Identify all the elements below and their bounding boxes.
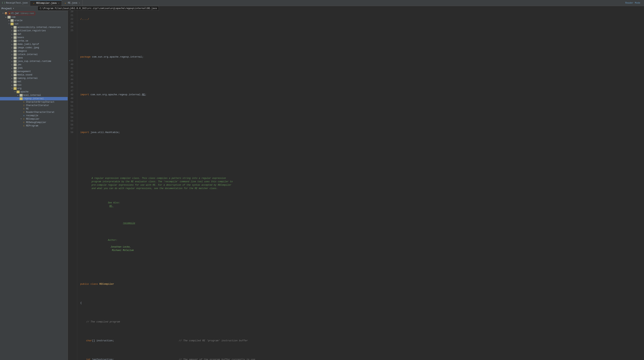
jndi-folder-icon: [14, 67, 16, 69]
tree-regexp[interactable]: ▼ regexp.internal: [0, 97, 68, 100]
tree-root[interactable]: ▼ 📦 ▣ rt.jar library root: [0, 11, 68, 16]
ln-58: 58: [68, 131, 75, 134]
code-line-import-hashtable: import java.util. Hashtable ;: [80, 131, 644, 134]
code-line-23: import com.sun.org.apache.regexp.interna…: [80, 93, 644, 97]
tree-image[interactable]: ▶ image.codec.jpeg: [0, 46, 68, 49]
spaces-42: [114, 339, 178, 343]
tree-re[interactable]: ▶ C RE: [0, 107, 68, 111]
tree-java[interactable]: ▶ java: [0, 56, 68, 60]
tree-com[interactable]: ▶ com: [0, 16, 68, 19]
tab-re-label: RE.java: [68, 2, 77, 4]
istack-folder-icon: [14, 53, 16, 56]
json-file-icon: { }: [2, 2, 5, 4]
chariterator-label: CharacterIterator: [26, 104, 49, 107]
reprogram-label: REProgram: [26, 124, 38, 127]
tab-recompiler-close[interactable]: ✕: [58, 2, 59, 4]
image-arrow: ▶: [10, 47, 14, 49]
main-area: Project ▼ ▼ 📦 ▣ rt.jar library root ▶ co…: [0, 6, 644, 360]
tree-recompiler-folder[interactable]: ▼ C RECompiler: [0, 117, 68, 121]
jmx-label: jmx: [17, 63, 22, 66]
tree-corba[interactable]: ▶ corba.se: [0, 39, 68, 43]
beans-folder-icon: [14, 36, 16, 39]
reader-mode-button[interactable]: Reader Mode: [625, 2, 640, 4]
awt-arrow: ▶: [10, 33, 14, 35]
jd-link-recompile[interactable]: recompile: [123, 222, 135, 225]
code-line-40: {: [80, 301, 644, 305]
recompiler-folder-label: RECompiler: [26, 118, 40, 120]
tab-recompiler[interactable]: ☕ RECompiler.java ✕: [30, 0, 62, 6]
root-jar-label: rt.jar: [11, 12, 19, 15]
imageio-folder-icon: [14, 50, 16, 53]
author-label: Author:: [108, 239, 117, 242]
management-label: management: [17, 70, 31, 73]
javacup-arrow: ▶: [10, 60, 14, 62]
javadoc-desc: A regular expression compiler class. Thi…: [92, 176, 641, 190]
tree-bcel[interactable]: ▶ bcel.internal: [0, 94, 68, 97]
apache-label: apache: [20, 91, 28, 93]
tab-re[interactable]: ☕ RE.java ✕: [62, 0, 82, 6]
tree-javacup[interactable]: ▶ java_cup.internal.runtime: [0, 60, 68, 63]
tree-awt[interactable]: ▶ awt: [0, 33, 68, 36]
recompiler-folder-arrow: ▼: [20, 118, 22, 120]
project-chevron: ▼: [13, 8, 14, 10]
recompiler-folder-icon: C: [22, 118, 25, 120]
net-arrow: ▶: [10, 81, 14, 83]
indent-43: [80, 358, 86, 360]
tree-readerchariter[interactable]: ▶ C ReaderCharacterIterat: [0, 111, 68, 114]
naming-arrow: ▶: [10, 77, 14, 79]
ln-jd2: [68, 36, 75, 40]
redebug-label: REDebugCompiler: [26, 121, 46, 124]
code-line-22: [80, 74, 644, 78]
tab-receipttest[interactable]: { } ReceiptTest.json: [0, 0, 30, 6]
tree-activation[interactable]: ▶ activation.registries: [0, 29, 68, 33]
tree-media[interactable]: ▶ media.sound: [0, 73, 68, 77]
ln-40: 40: [68, 63, 75, 66]
tree-reprogram[interactable]: ▶ C REProgram: [0, 124, 68, 127]
tree-apache[interactable]: ▼ apache: [0, 90, 68, 94]
tab-bar: { } ReceiptTest.json ☕ RECompiler.java ✕…: [0, 0, 644, 6]
tree-chararraychar[interactable]: ▶ C CharacterArrayCharact: [0, 100, 68, 104]
tree-beans[interactable]: ▶ beans: [0, 36, 68, 39]
tree-accessibility[interactable]: ▶ accessibility.internal.resources: [0, 26, 68, 29]
root-jar-icon: ▣: [9, 12, 10, 15]
tree-demo[interactable]: ▶ demo.jvmti.hprof: [0, 43, 68, 46]
jndi-label: jndi: [17, 67, 23, 69]
tree-net[interactable]: ▶ net: [0, 80, 68, 83]
javadoc-see2: recompile: [107, 218, 641, 228]
tree-management[interactable]: ▶ management: [0, 70, 68, 73]
kw-int-43: int: [86, 358, 92, 360]
tree-chariterator[interactable]: ▶ I CharacterIterator: [0, 104, 68, 107]
bracket-char: []: [92, 339, 96, 343]
tab-receipttest-label: ReceiptTest.json: [6, 2, 28, 4]
tree-istack[interactable]: ▶ istack.internal: [0, 53, 68, 56]
jd-link-re[interactable]: RE,: [109, 205, 114, 208]
accessibility-arrow: ▶: [10, 27, 14, 29]
code-line-25: [80, 149, 644, 153]
tree-jndi[interactable]: ▶ jndi: [0, 66, 68, 70]
tree-oracle[interactable]: ▶ oracle: [0, 19, 68, 22]
code-line-41: // The compiled program: [80, 320, 644, 324]
tab-re-close[interactable]: ✕: [79, 2, 80, 4]
tree-recompile-fn[interactable]: ▶ m recompile: [0, 114, 68, 117]
sun-label: sun: [14, 23, 18, 25]
chariterator-icon: I: [22, 104, 25, 107]
ln-jd7: [68, 55, 75, 59]
tree-redebug[interactable]: ▶ C REDebugCompiler: [0, 121, 68, 124]
ln-jd3: [68, 40, 75, 44]
com-arrow: ▶: [4, 16, 8, 18]
nio-label: nio: [17, 84, 22, 86]
root-arrow: ▼: [2, 13, 4, 14]
semicolon-21: ;: [142, 55, 144, 59]
tree-naming[interactable]: ▶ naming.internal: [0, 77, 68, 80]
tree-org[interactable]: ▼ org: [0, 87, 68, 90]
tree-sun[interactable]: ▼ sun: [0, 22, 68, 26]
tree-jmx[interactable]: ▶ jmx: [0, 63, 68, 66]
tree-imageio[interactable]: ▶ imageio: [0, 49, 68, 53]
imageio-label: imageio: [17, 50, 27, 53]
comment-42: // The compiled RE 'program' instruction…: [179, 339, 248, 343]
apache-folder-icon: [16, 91, 20, 93]
tree-nio[interactable]: ▶ nio: [0, 83, 68, 87]
var-instruction: instruction;: [96, 339, 114, 343]
comment-43: // The amount of the program buffer curr…: [179, 358, 255, 360]
bcel-arrow: ▶: [16, 94, 20, 96]
